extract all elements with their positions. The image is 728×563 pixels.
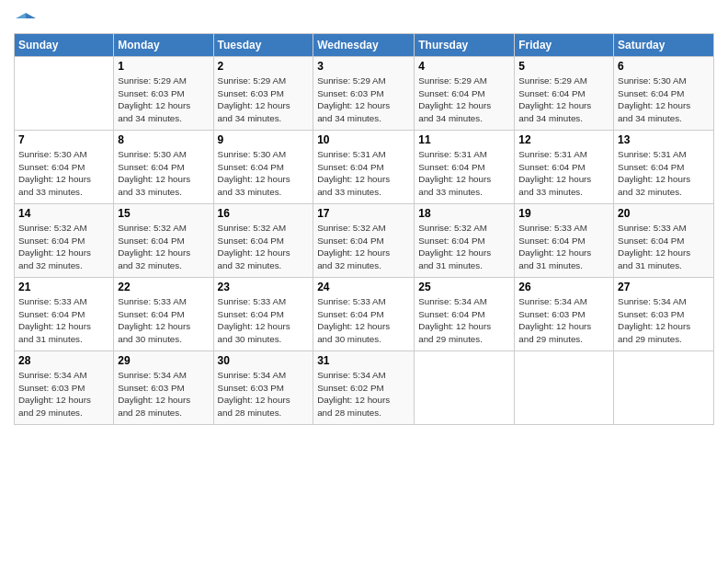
table-row: 6Sunrise: 5:30 AM Sunset: 6:04 PM Daylig… xyxy=(614,57,714,131)
table-row xyxy=(614,351,714,425)
day-number: 3 xyxy=(317,60,410,73)
table-row: 3Sunrise: 5:29 AM Sunset: 6:03 PM Daylig… xyxy=(313,57,415,131)
day-info: Sunrise: 5:32 AM Sunset: 6:04 PM Dayligh… xyxy=(118,222,209,272)
table-row: 15Sunrise: 5:32 AM Sunset: 6:04 PM Dayli… xyxy=(114,204,213,278)
logo xyxy=(14,9,36,26)
day-number: 1 xyxy=(118,60,209,73)
day-info: Sunrise: 5:34 AM Sunset: 6:02 PM Dayligh… xyxy=(317,369,410,419)
day-number: 11 xyxy=(418,133,510,146)
svg-marker-0 xyxy=(26,13,36,18)
day-info: Sunrise: 5:29 AM Sunset: 6:03 PM Dayligh… xyxy=(218,75,310,125)
day-number: 28 xyxy=(18,354,109,367)
table-row: 21Sunrise: 5:33 AM Sunset: 6:04 PM Dayli… xyxy=(15,278,114,351)
day-info: Sunrise: 5:34 AM Sunset: 6:03 PM Dayligh… xyxy=(218,369,310,419)
table-row: 26Sunrise: 5:34 AM Sunset: 6:03 PM Dayli… xyxy=(515,278,614,351)
col-header-saturday: Saturday xyxy=(614,34,714,57)
day-info: Sunrise: 5:34 AM Sunset: 6:03 PM Dayligh… xyxy=(18,369,109,419)
day-info: Sunrise: 5:30 AM Sunset: 6:04 PM Dayligh… xyxy=(618,75,710,125)
day-info: Sunrise: 5:33 AM Sunset: 6:04 PM Dayligh… xyxy=(618,222,710,272)
day-info: Sunrise: 5:32 AM Sunset: 6:04 PM Dayligh… xyxy=(218,222,310,272)
table-row: 9Sunrise: 5:30 AM Sunset: 6:04 PM Daylig… xyxy=(213,131,313,204)
day-number: 27 xyxy=(618,281,710,293)
table-row: 4Sunrise: 5:29 AM Sunset: 6:04 PM Daylig… xyxy=(415,57,515,131)
day-info: Sunrise: 5:29 AM Sunset: 6:04 PM Dayligh… xyxy=(518,75,609,125)
day-info: Sunrise: 5:33 AM Sunset: 6:04 PM Dayligh… xyxy=(518,222,609,272)
day-number: 21 xyxy=(18,281,109,293)
day-number: 14 xyxy=(18,207,109,220)
day-number: 30 xyxy=(218,354,310,367)
table-row: 24Sunrise: 5:33 AM Sunset: 6:04 PM Dayli… xyxy=(313,278,415,351)
col-header-wednesday: Wednesday xyxy=(313,34,415,57)
day-info: Sunrise: 5:33 AM Sunset: 6:04 PM Dayligh… xyxy=(18,295,109,346)
day-number: 29 xyxy=(118,354,209,367)
table-row xyxy=(15,57,114,131)
day-number: 12 xyxy=(518,133,609,146)
day-info: Sunrise: 5:31 AM Sunset: 6:04 PM Dayligh… xyxy=(618,148,710,199)
day-info: Sunrise: 5:31 AM Sunset: 6:04 PM Dayligh… xyxy=(317,148,410,199)
day-info: Sunrise: 5:34 AM Sunset: 6:03 PM Dayligh… xyxy=(618,295,710,346)
day-info: Sunrise: 5:30 AM Sunset: 6:04 PM Dayligh… xyxy=(18,148,109,199)
day-number: 9 xyxy=(218,133,310,146)
day-number: 15 xyxy=(118,207,209,220)
day-number: 22 xyxy=(118,281,209,293)
day-number: 26 xyxy=(518,281,609,293)
table-row: 11Sunrise: 5:31 AM Sunset: 6:04 PM Dayli… xyxy=(415,131,515,204)
table-row: 25Sunrise: 5:34 AM Sunset: 6:04 PM Dayli… xyxy=(415,278,515,351)
table-row: 17Sunrise: 5:32 AM Sunset: 6:04 PM Dayli… xyxy=(313,204,415,278)
day-number: 18 xyxy=(418,207,510,220)
table-row: 27Sunrise: 5:34 AM Sunset: 6:03 PM Dayli… xyxy=(614,278,714,351)
logo-bird-icon xyxy=(16,9,36,29)
day-info: Sunrise: 5:29 AM Sunset: 6:04 PM Dayligh… xyxy=(418,75,510,125)
calendar-table: SundayMondayTuesdayWednesdayThursdayFrid… xyxy=(14,33,714,425)
day-info: Sunrise: 5:34 AM Sunset: 6:03 PM Dayligh… xyxy=(118,369,209,419)
table-row: 28Sunrise: 5:34 AM Sunset: 6:03 PM Dayli… xyxy=(15,351,114,425)
table-row: 23Sunrise: 5:33 AM Sunset: 6:04 PM Dayli… xyxy=(213,278,313,351)
table-row: 29Sunrise: 5:34 AM Sunset: 6:03 PM Dayli… xyxy=(114,351,213,425)
table-row: 1Sunrise: 5:29 AM Sunset: 6:03 PM Daylig… xyxy=(114,57,213,131)
day-info: Sunrise: 5:32 AM Sunset: 6:04 PM Dayligh… xyxy=(418,222,510,272)
table-row: 13Sunrise: 5:31 AM Sunset: 6:04 PM Dayli… xyxy=(614,131,714,204)
day-number: 7 xyxy=(18,133,109,146)
table-row: 22Sunrise: 5:33 AM Sunset: 6:04 PM Dayli… xyxy=(114,278,213,351)
table-row: 2Sunrise: 5:29 AM Sunset: 6:03 PM Daylig… xyxy=(213,57,313,131)
day-number: 17 xyxy=(317,207,410,220)
table-row: 12Sunrise: 5:31 AM Sunset: 6:04 PM Dayli… xyxy=(515,131,614,204)
col-header-friday: Friday xyxy=(515,34,614,57)
table-row: 14Sunrise: 5:32 AM Sunset: 6:04 PM Dayli… xyxy=(15,204,114,278)
day-number: 25 xyxy=(418,281,510,293)
day-number: 10 xyxy=(317,133,410,146)
day-info: Sunrise: 5:33 AM Sunset: 6:04 PM Dayligh… xyxy=(218,295,310,346)
table-row: 5Sunrise: 5:29 AM Sunset: 6:04 PM Daylig… xyxy=(515,57,614,131)
table-row: 18Sunrise: 5:32 AM Sunset: 6:04 PM Dayli… xyxy=(415,204,515,278)
day-number: 6 xyxy=(618,60,710,73)
table-row xyxy=(415,351,515,425)
day-info: Sunrise: 5:31 AM Sunset: 6:04 PM Dayligh… xyxy=(518,148,609,199)
table-row: 8Sunrise: 5:30 AM Sunset: 6:04 PM Daylig… xyxy=(114,131,213,204)
day-number: 31 xyxy=(317,354,410,367)
day-info: Sunrise: 5:30 AM Sunset: 6:04 PM Dayligh… xyxy=(118,148,209,199)
day-info: Sunrise: 5:29 AM Sunset: 6:03 PM Dayligh… xyxy=(118,75,209,125)
day-number: 20 xyxy=(618,207,710,220)
table-row: 19Sunrise: 5:33 AM Sunset: 6:04 PM Dayli… xyxy=(515,204,614,278)
day-info: Sunrise: 5:29 AM Sunset: 6:03 PM Dayligh… xyxy=(317,75,410,125)
day-info: Sunrise: 5:34 AM Sunset: 6:04 PM Dayligh… xyxy=(418,295,510,346)
day-number: 16 xyxy=(218,207,310,220)
day-info: Sunrise: 5:32 AM Sunset: 6:04 PM Dayligh… xyxy=(317,222,410,272)
day-info: Sunrise: 5:33 AM Sunset: 6:04 PM Dayligh… xyxy=(118,295,209,346)
day-info: Sunrise: 5:30 AM Sunset: 6:04 PM Dayligh… xyxy=(218,148,310,199)
col-header-tuesday: Tuesday xyxy=(213,34,313,57)
day-info: Sunrise: 5:33 AM Sunset: 6:04 PM Dayligh… xyxy=(317,295,410,346)
table-row: 7Sunrise: 5:30 AM Sunset: 6:04 PM Daylig… xyxy=(15,131,114,204)
day-number: 13 xyxy=(618,133,710,146)
day-number: 19 xyxy=(518,207,609,220)
svg-marker-1 xyxy=(16,13,26,18)
page-header xyxy=(14,9,714,26)
day-info: Sunrise: 5:32 AM Sunset: 6:04 PM Dayligh… xyxy=(18,222,109,272)
table-row: 10Sunrise: 5:31 AM Sunset: 6:04 PM Dayli… xyxy=(313,131,415,204)
day-number: 4 xyxy=(418,60,510,73)
day-number: 8 xyxy=(118,133,209,146)
table-row: 30Sunrise: 5:34 AM Sunset: 6:03 PM Dayli… xyxy=(213,351,313,425)
day-number: 5 xyxy=(518,60,609,73)
day-number: 24 xyxy=(317,281,410,293)
table-row xyxy=(515,351,614,425)
